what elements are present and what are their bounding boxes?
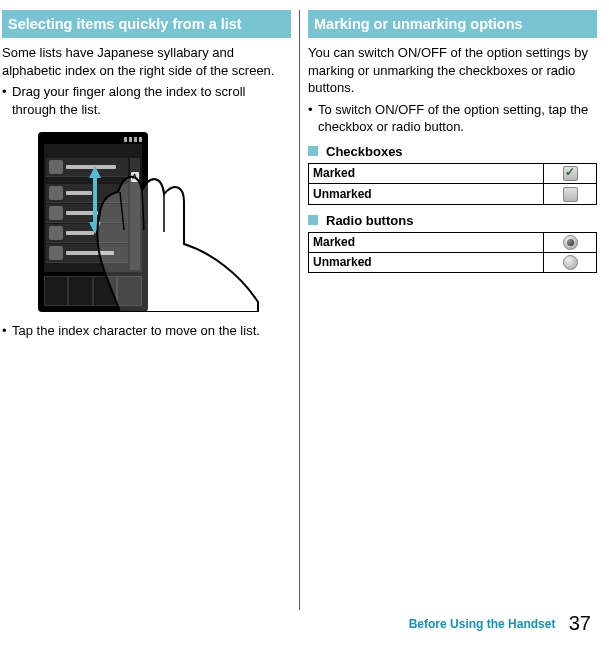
left-bullet-1: • Drag your finger along the index to sc…: [2, 83, 291, 118]
radio-unmarked-icon: [563, 255, 578, 270]
cell-marked-radio: [544, 232, 597, 252]
cell-marked-checkbox: [544, 163, 597, 183]
bullet-dot: •: [2, 322, 12, 340]
page-columns: Selecting items quickly from a list Some…: [0, 0, 609, 610]
cell-marked-label: Marked: [309, 232, 544, 252]
bullet-dot: •: [2, 83, 12, 118]
left-intro-text: Some lists have Japanese syllabary and a…: [2, 44, 291, 79]
right-bullet-1: • To switch ON/OFF of the option setting…: [308, 101, 597, 136]
square-bullet-icon: [308, 215, 318, 225]
subheading-checkboxes: Checkboxes: [308, 144, 597, 159]
footer-page-number: 37: [569, 612, 591, 634]
table-row: Unmarked: [309, 184, 597, 204]
cell-unmarked-checkbox: [544, 184, 597, 204]
table-row: Unmarked: [309, 252, 597, 272]
cell-marked-label: Marked: [309, 163, 544, 183]
subheading-radio: Radio buttons: [308, 213, 597, 228]
right-bullet-1-text: To switch ON/OFF of the option setting, …: [318, 101, 597, 136]
left-bullet-1-text: Drag your finger along the index to scro…: [12, 83, 291, 118]
right-column: Marking or unmarking options You can swi…: [300, 10, 597, 610]
cell-unmarked-radio: [544, 252, 597, 272]
checkbox-unmarked-icon: [563, 187, 578, 202]
right-intro-text: You can switch ON/OFF of the option sett…: [308, 44, 597, 97]
phone-illustration: A: [32, 126, 262, 316]
table-row: Marked: [309, 232, 597, 252]
hand-icon: [80, 152, 260, 315]
cell-unmarked-label: Unmarked: [309, 252, 544, 272]
table-row: Marked: [309, 163, 597, 183]
phone-statusbar: [44, 137, 142, 143]
left-bullet-2: • Tap the index character to move on the…: [2, 322, 291, 340]
left-column: Selecting items quickly from a list Some…: [2, 10, 299, 610]
radio-states-table: Marked Unmarked: [308, 232, 597, 274]
illustration-container: A: [2, 126, 291, 316]
subheading-radio-label: Radio buttons: [326, 213, 413, 228]
heading-marking-options: Marking or unmarking options: [308, 10, 597, 38]
left-bullet-2-text: Tap the index character to move on the l…: [12, 322, 291, 340]
heading-selecting-items: Selecting items quickly from a list: [2, 10, 291, 38]
footer-section-label: Before Using the Handset: [409, 617, 556, 631]
checkbox-states-table: Marked Unmarked: [308, 163, 597, 205]
page-footer: Before Using the Handset 37: [409, 612, 591, 635]
cell-unmarked-label: Unmarked: [309, 184, 544, 204]
bullet-dot: •: [308, 101, 318, 136]
checkbox-marked-icon: [563, 166, 578, 181]
square-bullet-icon: [308, 146, 318, 156]
subheading-checkboxes-label: Checkboxes: [326, 144, 403, 159]
radio-marked-icon: [563, 235, 578, 250]
